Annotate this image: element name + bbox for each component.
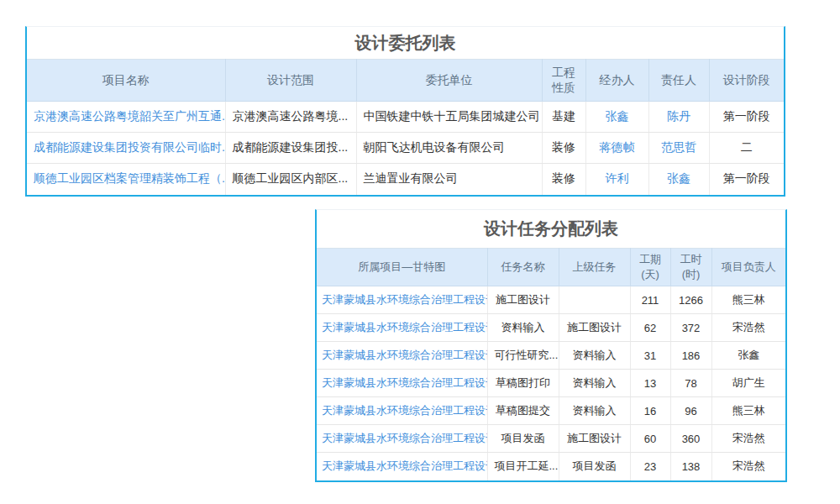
task-name-cell: 草稿图提交: [487, 397, 559, 425]
table-row: 成都能源建设集团投资有限公司临时... 成都能源建设集团投... 朝阳飞达机电设…: [27, 133, 784, 164]
task-name-cell: 资料输入: [487, 314, 559, 342]
commission-table: 项目名称 设计范围 委托单位 工程性质 经办人 责任人 设计阶段 京港澳高速公路…: [27, 59, 784, 195]
col-header-design-stage: 设计阶段: [709, 60, 784, 102]
gantt-project-link[interactable]: 天津蒙城县水环境综合治理工程设计项目: [322, 293, 487, 306]
work-hours-cell: 96: [670, 397, 711, 425]
col-header-task-name: 任务名称: [487, 249, 559, 286]
project-name-link[interactable]: 顺德工业园区档案管理精装饰工程（...: [34, 171, 225, 185]
responsible-link[interactable]: 张鑫: [667, 171, 690, 185]
design-commission-panel: 设计委托列表 项目名称 设计范围 委托单位 工程性质 经办人 责任人 设计阶段 …: [25, 26, 785, 197]
design-task-panel: 设计任务分配列表 所属项目—甘特图 任务名称 上级任务 工期 (天) 工时 (时…: [315, 209, 787, 482]
task-name-cell: 草稿图打印: [487, 370, 559, 397]
client-unit-cell: 中国铁建中铁十五局集团城建公司: [356, 102, 542, 133]
task-name-cell: 项目发函: [487, 425, 559, 453]
design-scope-cell: 顺德工业园区内部区...: [225, 164, 356, 195]
col-header-work-hours: 工时 (时): [670, 249, 711, 286]
handler-link[interactable]: 许利: [606, 171, 629, 185]
col-header-design-scope: 设计范围: [225, 60, 356, 102]
duration-days-cell: 60: [630, 425, 670, 453]
task-name-cell: 可行性研究...: [487, 342, 559, 370]
table-row: 京港澳高速公路粤境韶关至广州互通... 京港澳高速公路粤境... 中国铁建中铁十…: [27, 102, 784, 133]
work-hours-cell: 372: [670, 314, 711, 342]
project-name-link[interactable]: 成都能源建设集团投资有限公司临时...: [34, 140, 225, 154]
client-unit-cell: 朝阳飞达机电设备有限公司: [356, 133, 542, 164]
project-nature-cell: 装修: [542, 164, 585, 195]
project-name-link[interactable]: 京港澳高速公路粤境韶关至广州互通...: [34, 109, 225, 123]
col-header-parent-project-gantt: 所属项目—甘特图: [317, 249, 487, 286]
project-lead-cell: 宋浩然: [711, 453, 785, 480]
col-header-handler: 经办人: [585, 60, 648, 102]
project-lead-cell: 胡广生: [711, 370, 785, 397]
duration-days-cell: 13: [630, 370, 670, 397]
project-nature-cell: 基建: [542, 102, 585, 133]
table-row: 天津蒙城县水环境综合治理工程设计项目 草稿图提交 资料输入 16 96 熊三林: [317, 397, 785, 425]
handler-link[interactable]: 蒋德帧: [600, 140, 635, 154]
task-name-cell: 项目开工延...: [487, 453, 559, 480]
work-hours-cell: 186: [670, 342, 711, 370]
table-row: 天津蒙城县水环境综合治理工程设计项目 可行性研究... 资料输入 31 186 …: [317, 342, 785, 370]
project-lead-cell: 熊三林: [711, 286, 785, 314]
client-unit-cell: 兰迪置业有限公司: [356, 164, 542, 195]
design-stage-cell: 二: [709, 133, 784, 164]
table-row: 天津蒙城县水环境综合治理工程设计项目 资料输入 施工图设计 62 372 宋浩然: [317, 314, 785, 342]
col-header-project-lead: 项目负责人: [711, 249, 785, 286]
parent-task-cell: 资料输入: [559, 342, 630, 370]
project-lead-cell: 宋浩然: [711, 425, 785, 453]
parent-task-cell: [559, 286, 630, 314]
table-row: 天津蒙城县水环境综合治理工程设计项目 项目发函 施工图设计 60 360 宋浩然: [317, 425, 785, 453]
design-scope-cell: 京港澳高速公路粤境...: [225, 102, 356, 133]
project-lead-cell: 宋浩然: [711, 314, 785, 342]
parent-task-cell: 项目发函: [559, 453, 630, 480]
task-table-title: 设计任务分配列表: [317, 210, 785, 248]
parent-task-cell: 资料输入: [559, 370, 630, 397]
commission-table-title: 设计委托列表: [27, 27, 784, 59]
duration-days-cell: 23: [630, 453, 670, 480]
table-row: 天津蒙城县水环境综合治理工程设计项目 草稿图打印 资料输入 13 78 胡广生: [317, 370, 785, 397]
project-lead-cell: 熊三林: [711, 397, 785, 425]
duration-days-cell: 62: [630, 314, 670, 342]
project-lead-cell: 张鑫: [711, 342, 785, 370]
gantt-project-link[interactable]: 天津蒙城县水环境综合治理工程设计项目: [322, 321, 487, 333]
responsible-link[interactable]: 范思哲: [661, 140, 696, 154]
parent-task-cell: 施工图设计: [559, 425, 630, 453]
col-header-client-unit: 委托单位: [356, 60, 542, 102]
task-table: 所属项目—甘特图 任务名称 上级任务 工期 (天) 工时 (时) 项目负责人 天…: [317, 248, 785, 480]
table-row: 天津蒙城县水环境综合治理工程设计项目 项目开工延... 项目发函 23 138 …: [317, 453, 785, 480]
task-name-cell: 施工图设计: [487, 286, 559, 314]
design-stage-cell: 第一阶段: [709, 102, 784, 133]
gantt-project-link[interactable]: 天津蒙城县水环境综合治理工程设计项目: [322, 349, 487, 361]
design-scope-cell: 成都能源建设集团投...: [225, 133, 356, 164]
gantt-project-link[interactable]: 天津蒙城县水环境综合治理工程设计项目: [322, 376, 487, 389]
work-hours-cell: 78: [670, 370, 711, 397]
work-hours-cell: 1266: [670, 286, 711, 314]
gantt-project-link[interactable]: 天津蒙城县水环境综合治理工程设计项目: [322, 459, 487, 472]
col-header-duration-days: 工期 (天): [630, 249, 670, 286]
design-stage-cell: 第一阶段: [709, 164, 784, 195]
handler-link[interactable]: 张鑫: [606, 109, 629, 123]
commission-header-row: 项目名称 设计范围 委托单位 工程性质 经办人 责任人 设计阶段: [27, 60, 784, 102]
table-row: 顺德工业园区档案管理精装饰工程（... 顺德工业园区内部区... 兰迪置业有限公…: [27, 164, 784, 195]
duration-days-cell: 16: [630, 397, 670, 425]
gantt-project-link[interactable]: 天津蒙城县水环境综合治理工程设计项目: [322, 432, 487, 444]
gantt-project-link[interactable]: 天津蒙城县水环境综合治理工程设计项目: [322, 404, 487, 417]
task-header-row: 所属项目—甘特图 任务名称 上级任务 工期 (天) 工时 (时) 项目负责人: [317, 249, 785, 286]
col-header-responsible: 责任人: [648, 60, 709, 102]
responsible-link[interactable]: 陈丹: [667, 109, 690, 123]
col-header-parent-task: 上级任务: [559, 249, 630, 286]
work-hours-cell: 360: [670, 425, 711, 453]
duration-days-cell: 211: [630, 286, 670, 314]
table-row: 天津蒙城县水环境综合治理工程设计项目 施工图设计 211 1266 熊三林: [317, 286, 785, 314]
project-nature-cell: 装修: [542, 133, 585, 164]
parent-task-cell: 资料输入: [559, 397, 630, 425]
work-hours-cell: 138: [670, 453, 711, 480]
col-header-project-nature: 工程性质: [542, 60, 585, 102]
col-header-project-name: 项目名称: [27, 60, 225, 102]
duration-days-cell: 31: [630, 342, 670, 370]
parent-task-cell: 施工图设计: [559, 314, 630, 342]
